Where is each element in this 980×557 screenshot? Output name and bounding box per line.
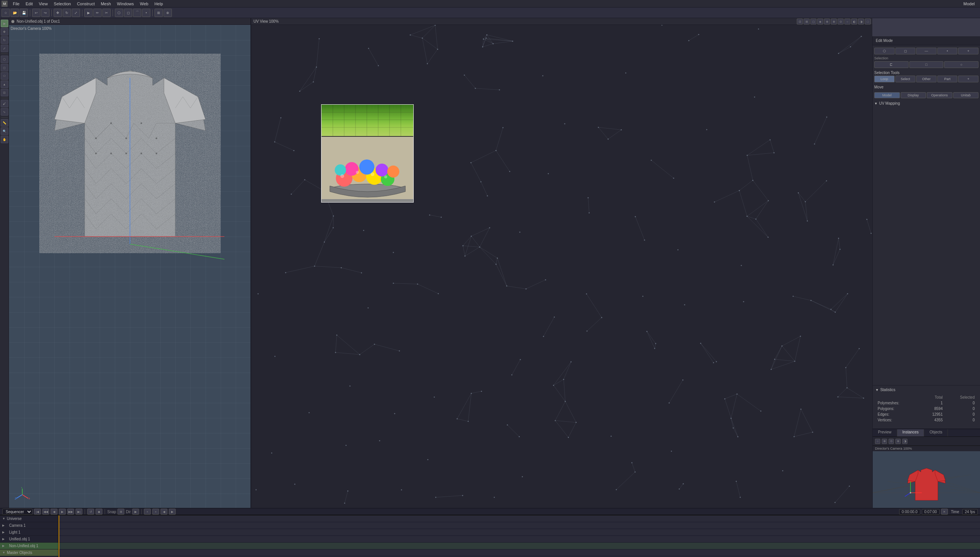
tool-zoom[interactable]: 🔍 — [1, 127, 8, 135]
toolbar-poly[interactable]: ◻ — [124, 9, 132, 17]
mode-btn-3[interactable]: — — [916, 47, 936, 54]
fps-display[interactable]: 24 fps — [962, 509, 978, 515]
uv-icon-5[interactable]: ⊕ — [824, 18, 830, 24]
tl-track-area[interactable] — [59, 515, 980, 557]
sel-btn-box[interactable]: □ — [909, 61, 944, 68]
toolbar-symmetry[interactable]: ⊞ — [154, 9, 163, 17]
tool-loop-cut[interactable]: ⊡ — [1, 89, 8, 96]
time-current[interactable]: 0:00:00.0 — [899, 509, 920, 515]
track-header-universe[interactable]: ▼ Universe — [0, 515, 58, 522]
toolbar-new[interactable]: ☆ — [2, 9, 10, 17]
uv-icon-7[interactable]: ⊙ — [838, 18, 843, 24]
toolbar-snapping[interactable]: ⊕ — [164, 9, 172, 17]
toolbar-select[interactable]: ▶ — [84, 9, 93, 17]
track-header-unified[interactable]: ▶ Unified.obj 1 — [0, 536, 58, 542]
tl-dir-btn[interactable]: ▶ — [132, 509, 139, 515]
stats-title[interactable]: ▼ Statistics — [875, 387, 977, 393]
toolbar-knife[interactable]: ✂ — [102, 9, 111, 17]
tool-measure[interactable]: 📏 — [1, 119, 8, 127]
tool-extrude[interactable]: ▲ — [1, 80, 8, 88]
uv-icon-9[interactable]: ◐ — [851, 18, 857, 24]
tab-objects[interactable]: Objects — [924, 429, 948, 436]
toolbar-mesh[interactable]: ⬡ — [115, 9, 123, 17]
tl-btn-play[interactable]: ▶ — [59, 509, 66, 515]
tool-paint[interactable]: 🖌 — [1, 100, 8, 107]
toolbar-undo[interactable]: ↩ — [32, 9, 41, 17]
menu-web[interactable]: Web — [137, 1, 151, 7]
uv-icon-4[interactable]: ◈ — [817, 18, 823, 24]
uv-icon-8[interactable]: ○ — [844, 18, 850, 24]
tab-display[interactable]: Display — [901, 92, 926, 98]
menu-help[interactable]: Help — [151, 1, 166, 7]
tool-rotate[interactable]: ↻ — [1, 36, 8, 44]
tl-btn-fwd-frame[interactable]: ▶▶ — [67, 509, 74, 515]
sel-btn-lasso[interactable]: ⊏ — [874, 61, 908, 68]
preview-btn-2[interactable]: ⊕ — [882, 439, 887, 444]
tl-key-next[interactable]: ▶ — [169, 509, 176, 515]
track-header-master[interactable]: ▼ Master Objects — [0, 549, 58, 556]
preview-btn-1[interactable]: ○ — [875, 439, 880, 444]
sel-tool-select[interactable]: Select — [895, 76, 916, 82]
menu-selection[interactable]: Selection — [50, 1, 74, 7]
timeline-type-select[interactable]: Sequencer — [2, 509, 33, 515]
tl-btn-back[interactable]: ◀◀ — [42, 509, 49, 515]
tl-add-key[interactable]: + — [144, 509, 151, 515]
tl-del-key[interactable]: × — [152, 509, 159, 515]
viewport-3d-bg[interactable]: Director's Camera 100% — [9, 25, 250, 508]
mode-btn-5[interactable]: + — [958, 47, 978, 54]
uv-icon-2[interactable]: ⊞ — [804, 18, 809, 24]
sel-btn-circle[interactable]: ○ — [944, 61, 978, 68]
tab-instances[interactable]: Instances — [897, 429, 925, 436]
tab-operations[interactable]: Operations — [927, 92, 952, 98]
uv-icon-6[interactable]: ⊗ — [831, 18, 837, 24]
toolbar-move[interactable]: ✥ — [54, 9, 62, 17]
preview-btn-3[interactable]: ⊙ — [889, 439, 894, 444]
tool-move[interactable]: ✥ — [1, 28, 8, 36]
toolbar-rotate[interactable]: ↻ — [63, 9, 71, 17]
tl-btn-back-frame[interactable]: ◀ — [50, 509, 57, 515]
preview-viewport[interactable] — [873, 451, 980, 508]
sel-tool-other[interactable]: Other — [916, 76, 936, 82]
sel-tool-loop[interactable]: Loop — [874, 76, 895, 82]
uv-icon-3[interactable]: ◻ — [810, 18, 816, 24]
uv-icon-10[interactable]: ◑ — [858, 18, 864, 24]
tool-scale[interactable]: ⤢ — [1, 45, 8, 52]
mode-btn-1[interactable]: ⬡ — [874, 47, 895, 54]
track-header-camera[interactable]: ▶ Camera 1 — [0, 522, 58, 529]
menu-view[interactable]: View — [36, 1, 51, 7]
mode-btn-2[interactable]: ◻ — [895, 47, 916, 54]
tool-bevel[interactable]: ⬭ — [1, 72, 8, 80]
preview-btn-4[interactable]: ⊗ — [895, 439, 901, 444]
tool-add-mesh[interactable]: ⬡ — [1, 55, 8, 63]
tl-snap-btn[interactable]: ⊞ — [117, 509, 124, 515]
sel-tool-part[interactable]: Part — [937, 76, 958, 82]
menu-edit[interactable]: Edit — [23, 1, 36, 7]
toolbar-redo[interactable]: ↪ — [41, 9, 49, 17]
tab-preview[interactable]: Preview — [873, 429, 897, 436]
tl-mark[interactable]: ✕ — [941, 509, 948, 515]
tool-sculpt[interactable]: ∿ — [1, 108, 8, 116]
tl-btn-key[interactable]: ◆ — [96, 509, 102, 515]
menu-mesh[interactable]: Mesh — [98, 1, 114, 7]
tab-model[interactable]: Model — [874, 92, 900, 98]
tab-unitab[interactable]: Unitab — [953, 92, 979, 98]
toolbar-scale[interactable]: ⤢ — [72, 9, 80, 17]
toolbar-open[interactable]: 📂 — [11, 9, 19, 17]
viewport-uv[interactable]: UV View 100% ⊡ ⊞ ◻ ◈ ⊕ ⊗ ⊙ ○ ◐ ◑ □ — [251, 18, 872, 508]
tl-btn-loop[interactable]: ↺ — [87, 509, 94, 515]
tool-select[interactable]: ▶ — [1, 20, 8, 27]
track-header-nonunified[interactable]: ▶ Non-Unified.obj 1 — [0, 542, 58, 549]
preview-btn-5[interactable]: ◑ — [902, 439, 907, 444]
track-header-light[interactable]: ▶ Light 1 — [0, 529, 58, 536]
tl-btn-fwd-end[interactable]: ▶| — [76, 509, 82, 515]
viewport-3d[interactable]: Non-Unified.obj 1 of Doc1 Director's Cam… — [9, 18, 251, 508]
toolbar-save[interactable]: 💾 — [20, 9, 28, 17]
mode-btn-4[interactable]: • — [937, 47, 958, 54]
uv-icon-11[interactable]: □ — [865, 18, 871, 24]
time-end[interactable]: 0:07:00 — [922, 509, 939, 515]
toolbar-edge[interactable]: ⌒ — [133, 9, 141, 17]
sel-tool-plus[interactable]: + — [958, 76, 978, 82]
menu-file[interactable]: File — [10, 1, 23, 7]
tl-btn-back-start[interactable]: |◀ — [34, 509, 41, 515]
toolbar-vert[interactable]: • — [142, 9, 150, 17]
